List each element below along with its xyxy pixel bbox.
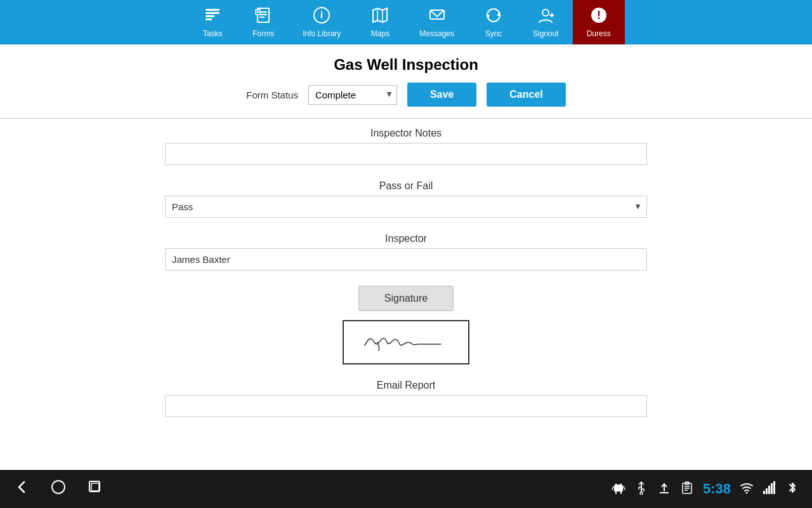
inspector-notes-input[interactable] [165,143,647,165]
tasks-icon [204,6,221,27]
email-report-input[interactable] [165,395,647,417]
svg-rect-43 [763,491,765,494]
pass-or-fail-group: Pass or Fail Pass Fail [165,180,647,218]
signature-button-container: Signature [165,286,647,311]
save-button[interactable]: Save [407,83,476,107]
email-report-group: Email Report [165,380,647,417]
info-library-label: Info Library [303,29,341,38]
svg-rect-47 [773,481,775,494]
nav-item-signout[interactable]: Signout [519,0,573,44]
bottom-bar: 5:38 [0,470,812,508]
time-display: 5:38 [703,481,731,497]
main-content: Gas Well Inspection Form Status Complete… [0,44,812,470]
home-button[interactable] [49,478,67,500]
clipboard-icon [680,481,694,498]
pass-or-fail-select[interactable]: Pass Fail [165,196,647,218]
signout-icon [537,6,554,27]
pass-or-fail-label: Pass or Fail [165,180,647,192]
maps-label: Maps [371,29,390,38]
svg-rect-7 [259,17,265,18]
android-icon [612,481,625,498]
svg-rect-24 [91,483,99,491]
duress-label: Duress [587,29,611,38]
svg-point-42 [746,491,748,493]
svg-text:i: i [320,10,323,20]
nav-items-container: Tasks Forms i [187,0,624,44]
svg-rect-46 [771,483,773,494]
form-status-label: Form Status [246,90,298,100]
svg-text:!: ! [597,9,601,22]
sync-icon [485,6,502,27]
signature-image [352,326,460,358]
svg-line-28 [624,486,625,490]
nav-item-forms[interactable]: Forms [238,0,289,44]
svg-rect-5 [259,11,267,13]
signature-box[interactable] [343,320,469,364]
svg-point-18 [542,10,549,16]
tasks-label: Tasks [203,29,223,38]
inspector-label: Inspector [165,233,647,244]
svg-rect-2 [206,15,214,17]
info-library-icon: i [313,6,331,27]
sync-label: Sync [485,29,502,38]
inspector-group: Inspector [165,233,647,271]
svg-point-22 [52,481,65,493]
svg-rect-1 [206,12,219,14]
cancel-button[interactable]: Cancel [487,83,565,107]
usb-icon [634,481,648,498]
forms-label: Forms [252,29,274,38]
nav-item-messages[interactable]: Messages [405,0,468,44]
svg-marker-14 [373,8,387,22]
inspector-notes-group: Inspector Notes [165,128,647,165]
nav-item-tasks[interactable]: Tasks [187,0,238,44]
nav-item-duress[interactable]: ! Duress [573,0,625,44]
recents-button[interactable] [86,478,104,500]
email-report-label: Email Report [165,380,647,391]
upload-icon [657,481,671,498]
maps-icon [371,6,389,27]
inspector-input[interactable] [165,248,647,271]
status-icons: 5:38 [612,481,799,498]
nav-item-info-library[interactable]: i Info Library [289,0,355,44]
bluetooth-icon [785,481,799,498]
svg-rect-44 [766,488,768,494]
nav-item-sync[interactable]: Sync [468,0,519,44]
nav-item-maps[interactable]: Maps [355,0,405,44]
pass-or-fail-select-wrapper: Pass Fail [165,196,647,218]
messages-label: Messages [419,29,454,38]
form-status-select[interactable]: Complete In Progress Pending [308,85,397,105]
signal-icon [763,481,776,498]
back-button[interactable] [13,478,30,500]
duress-icon: ! [590,6,608,27]
signout-label: Signout [533,29,559,38]
svg-point-30 [640,492,643,495]
wifi-icon [740,481,754,498]
inspector-notes-label: Inspector Notes [165,128,647,139]
page-title: Gas Well Inspection [0,44,812,83]
form-status-select-wrapper: Complete In Progress Pending [308,85,397,105]
svg-rect-45 [768,486,770,494]
messages-icon [428,6,446,27]
svg-line-27 [612,486,613,490]
svg-rect-0 [206,9,219,11]
forms-icon [254,6,272,27]
svg-rect-3 [206,18,212,20]
bottom-nav [13,478,104,500]
top-navigation-bar: Tasks Forms i [0,0,812,44]
divider [0,118,812,119]
form-section: Inspector Notes Pass or Fail Pass Fail I… [152,128,660,417]
svg-rect-6 [259,14,267,15]
form-status-bar: Form Status Complete In Progress Pending… [0,83,812,118]
signature-button[interactable]: Signature [358,286,454,311]
